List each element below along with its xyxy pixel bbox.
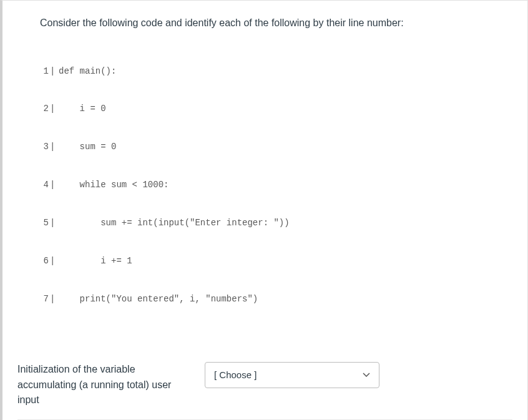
line-separator: |	[49, 217, 59, 229]
code-content: sum += int(input("Enter integer: "))	[59, 217, 512, 229]
line-separator: |	[49, 65, 59, 77]
code-line: 3| sum = 0	[40, 140, 512, 153]
line-number: 3	[40, 140, 49, 153]
code-content: while sum < 1000:	[59, 178, 512, 191]
line-separator: |	[49, 178, 59, 191]
code-line: 4| while sum < 1000:	[40, 178, 512, 191]
line-separator: |	[49, 255, 59, 267]
line-number: 2	[40, 102, 49, 115]
code-line: 5| sum += int(input("Enter integer: "))	[40, 217, 512, 229]
match-select-wrapper: [ Choose ]	[205, 362, 379, 388]
matching-section: Initialization of the variable accumulat…	[2, 343, 527, 420]
line-number: 4	[40, 178, 49, 191]
match-label: Initialization of the variable accumulat…	[17, 362, 205, 408]
question-header: Consider the following code and identify…	[2, 1, 527, 343]
line-number: 1	[40, 65, 49, 77]
code-content: i = 0	[59, 102, 512, 115]
line-separator: |	[49, 140, 59, 153]
line-number: 5	[40, 217, 49, 229]
code-line: 1|def main():	[40, 65, 512, 77]
chevron-down-icon	[363, 371, 370, 379]
line-number: 6	[40, 255, 49, 267]
code-line: 6| i += 1	[40, 255, 512, 267]
line-separator: |	[49, 102, 59, 115]
code-content: print("You entered", i, "numbers")	[59, 293, 512, 305]
code-content: i += 1	[59, 255, 512, 267]
code-line: 7| print("You entered", i, "numbers")	[40, 293, 512, 305]
line-number: 7	[40, 293, 49, 305]
question-container: Consider the following code and identify…	[0, 0, 528, 420]
code-content: sum = 0	[59, 140, 512, 153]
select-placeholder: [ Choose ]	[214, 369, 257, 380]
match-row: Initialization of the variable accumulat…	[17, 356, 512, 419]
select-line-initialization[interactable]: [ Choose ]	[205, 362, 379, 388]
code-block: 1|def main(): 2| i = 0 3| sum = 0 4| whi…	[40, 39, 512, 331]
code-line: 2| i = 0	[40, 102, 512, 115]
line-separator: |	[49, 293, 59, 305]
code-content: def main():	[59, 65, 512, 77]
question-prompt: Consider the following code and identify…	[40, 16, 512, 31]
